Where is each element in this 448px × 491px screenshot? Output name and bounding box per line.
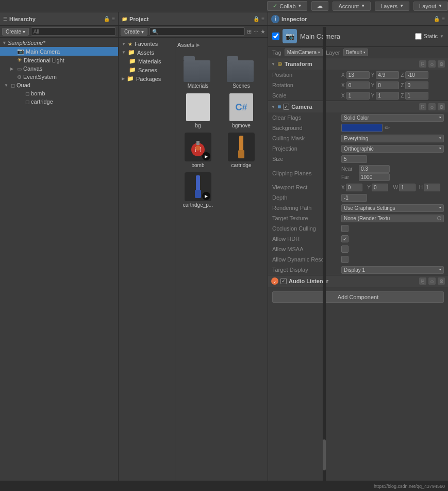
hierarchy-item-cartridge[interactable]: ◻ cartridge (0, 97, 118, 106)
layer-dropdown[interactable]: Default ▾ (343, 48, 369, 56)
background-row: Background ✏ (268, 123, 448, 133)
vp-w-input[interactable] (399, 184, 416, 191)
size-input[interactable] (341, 155, 367, 163)
hierarchy-item-eventsystem[interactable]: ⚙ EventSystem (0, 73, 118, 81)
collab-button[interactable]: ✓ Collab ▼ (267, 1, 307, 11)
background-color-swatch[interactable] (341, 124, 383, 132)
static-dropdown-arrow[interactable]: ▼ (440, 34, 444, 39)
asset-cartridge[interactable]: cartridge (221, 132, 262, 169)
audio-listener-checkbox[interactable] (280, 278, 287, 284)
layout-button[interactable]: Layout ▼ (413, 2, 448, 11)
asset-bomb[interactable]: [ ] ▶ bomb (177, 132, 219, 169)
scale-row: Scale X Y Z (268, 90, 448, 101)
background-label: Background (272, 125, 339, 131)
tag-dropdown[interactable]: MainCamera ▾ (285, 48, 323, 56)
project-panel: 📁 Project 🔒 ≡ Create ▾ 🔍 ⊞ ⊹ ★ ▼ (119, 12, 268, 481)
camera-copy-icon[interactable]: ⎘ (419, 103, 426, 110)
allow-hdr-checkbox[interactable] (341, 235, 349, 242)
rendering-path-arrow: ▾ (439, 206, 441, 210)
layer-value: Default (346, 50, 362, 55)
asset-materials[interactable]: Materials (177, 52, 219, 90)
camera-label: Main Camera (26, 48, 60, 55)
project-create-button[interactable]: Create ▾ (121, 28, 147, 36)
project-lock-icon[interactable]: 🔒 (253, 16, 259, 22)
asset-bgmove[interactable]: C# bgmove (221, 92, 262, 129)
target-display-label: Target Display (272, 267, 339, 273)
hierarchy-icon: ☰ (3, 17, 7, 22)
ptree-assets[interactable]: ▼ 📁 Assets (119, 48, 175, 57)
transform-copy-icon[interactable]: ⎘ (419, 60, 426, 68)
allow-msaa-checkbox[interactable] (341, 246, 349, 253)
rot-z-input[interactable] (405, 81, 428, 89)
allow-dynamic-checkbox[interactable] (341, 256, 349, 263)
projection-dropdown[interactable]: Orthographic ▾ (341, 145, 444, 153)
transform-gear-icon[interactable]: ⚙ (438, 60, 445, 68)
rendering-path-dropdown[interactable]: Use Graphics Settings ▾ (341, 204, 444, 212)
hierarchy-search-input[interactable] (31, 27, 116, 36)
camera-gear-icon[interactable]: ⚙ (438, 103, 445, 110)
near-input[interactable] (359, 165, 390, 173)
project-star-icon[interactable]: ★ (260, 28, 266, 35)
culling-mask-dropdown[interactable]: Everything ▾ (341, 135, 444, 142)
favorites-label: Favorites (135, 41, 158, 47)
scale-x-input[interactable] (346, 92, 370, 100)
camera-header[interactable]: ▼ ■ Camera ⎘ ⌽ ⚙ (268, 101, 448, 112)
asset-cartridge-p[interactable]: ▶ cartridge_p... (177, 171, 219, 209)
vp-y-input[interactable] (372, 184, 388, 191)
vp-x-input[interactable] (346, 184, 362, 191)
audio-listener-copy-icon[interactable]: ⎘ (419, 277, 426, 285)
depth-input[interactable] (341, 194, 367, 202)
pos-z-input[interactable] (405, 71, 428, 79)
project-icon1[interactable]: ⊞ (247, 28, 252, 35)
target-texture-dropdown[interactable]: None (Render Textu (341, 215, 444, 222)
transform-header[interactable]: ▼ ⊕ Transform ⎘ ⌽ ⚙ (268, 58, 448, 70)
scale-z-input[interactable] (405, 92, 428, 100)
hierarchy-item-quad[interactable]: ▼ ◻ Quad (0, 81, 118, 89)
hierarchy-menu-icon[interactable]: ≡ (112, 16, 115, 22)
project-scrollbar-thumb[interactable] (323, 439, 326, 470)
inspector-lock-icon[interactable]: 🔒 (434, 16, 440, 22)
static-checkbox[interactable] (415, 33, 422, 40)
transform-paste-icon[interactable]: ⌽ (428, 60, 436, 68)
hierarchy-item-main-camera[interactable]: 📷 Main Camera (0, 47, 118, 56)
hierarchy-item-directional-light[interactable]: ☀ Directional Light (0, 56, 118, 64)
ptree-materials[interactable]: 📁 Materials (119, 57, 175, 66)
vp-h-input[interactable] (424, 184, 440, 191)
audio-listener-paste-icon[interactable]: ⌽ (428, 277, 436, 285)
inspector-menu-icon[interactable]: ≡ (442, 16, 445, 22)
clear-flags-dropdown[interactable]: Solid Color ▾ (341, 114, 444, 122)
ptree-favorites[interactable]: ▼ ★ Favorites (119, 40, 175, 48)
camera-enabled-checkbox[interactable] (283, 104, 289, 110)
far-input[interactable] (359, 173, 390, 181)
pos-y-input[interactable] (376, 71, 399, 79)
account-button[interactable]: Account ▼ (333, 2, 371, 11)
bomb-icon: ◻ (25, 91, 29, 96)
svg-point-4 (195, 145, 201, 151)
audio-listener-gear-icon[interactable]: ⚙ (438, 277, 445, 285)
rot-y-input[interactable] (376, 81, 399, 89)
occlusion-culling-checkbox[interactable] (341, 225, 349, 232)
add-component-button[interactable]: Add Component (272, 291, 444, 303)
cloud-button[interactable]: ☁ (311, 1, 328, 11)
hierarchy-item-bomb[interactable]: ◻ bomb (0, 89, 118, 97)
hierarchy-item-canvas[interactable]: ▶ ▭ Canvas (0, 64, 118, 73)
asset-bg[interactable]: bg (177, 92, 219, 129)
camera-paste-icon[interactable]: ⌽ (428, 103, 436, 110)
target-display-dropdown[interactable]: Display 1 ▾ (341, 266, 444, 274)
background-pencil-icon[interactable]: ✏ (385, 124, 390, 132)
object-enabled-checkbox[interactable] (272, 32, 279, 40)
hierarchy-create-button[interactable]: Create ▾ (2, 28, 29, 36)
rot-x-input[interactable] (346, 81, 370, 89)
ptree-scenes[interactable]: 📁 Scenes (119, 66, 175, 74)
pos-x-input[interactable] (346, 71, 370, 79)
scenes-label: Scenes (138, 67, 157, 73)
layers-button[interactable]: Layers ▼ (375, 2, 409, 11)
project-menu-icon[interactable]: ≡ (261, 16, 264, 22)
scale-y-input[interactable] (376, 92, 399, 100)
scene-arrow: ▼ (2, 40, 7, 45)
ptree-packages[interactable]: ▶ 📁 Packages (119, 74, 175, 83)
asset-scenes[interactable]: Scenes (221, 52, 262, 90)
hierarchy-lock-icon[interactable]: 🔒 (104, 16, 110, 22)
audio-listener-header[interactable]: ♪ Audio Listener ⎘ ⌽ ⚙ (268, 275, 448, 287)
project-icon2[interactable]: ⊹ (254, 28, 258, 35)
